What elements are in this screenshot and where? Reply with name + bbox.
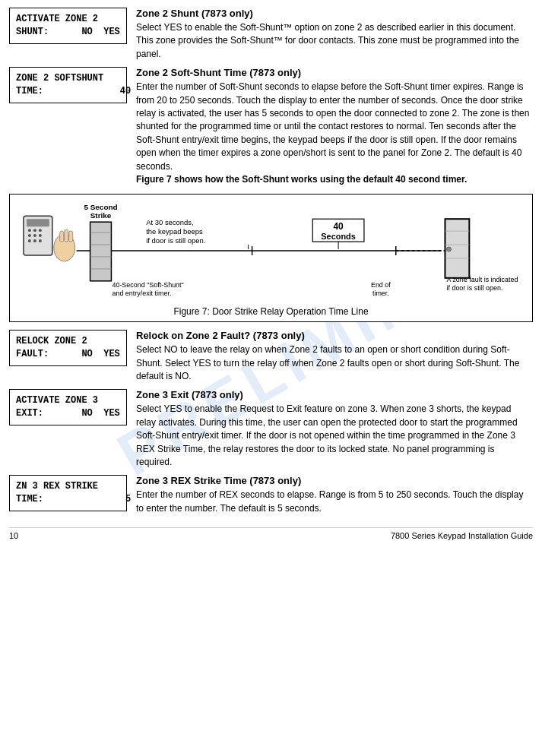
- zone2-softshunt-panel: ZONE 2 SOFTSHUNT TIME: 40: [9, 67, 127, 103]
- hand-icon: [24, 217, 75, 262]
- svg-text:Strike: Strike: [90, 211, 112, 220]
- zone3-rex-title: Zone 3 REX Strike Time (7873 only): [136, 475, 533, 486]
- svg-point-9: [33, 239, 36, 242]
- zone3-rex-row: ZN 3 REX STRIKE TIME: 5 Zone 3 REX Strik…: [9, 475, 533, 515]
- end-timer-label-1: End of: [371, 281, 391, 289]
- svg-rect-13: [65, 229, 68, 242]
- relock-zone2-title: Relock on Zone 2 Fault? (7873 only): [136, 330, 533, 341]
- document-title: 7800 Series Keypad Installation Guide: [391, 531, 533, 540]
- zone2-softshunt-body: Enter the number of Soft-Shunt seconds t…: [136, 81, 533, 173]
- svg-rect-12: [60, 231, 64, 242]
- zone3-exit-text: Zone 3 Exit (7873 only) Select YES to en…: [136, 389, 533, 469]
- relock-zone2-row: RELOCK ZONE 2 FAULT: NO YES Relock on Zo…: [9, 330, 533, 383]
- zone3-rex-text: Zone 3 REX Strike Time (7873 only) Enter…: [136, 475, 533, 515]
- label-30sec-3: if door is still open.: [146, 236, 205, 245]
- svg-point-2: [28, 229, 31, 232]
- timeline-diagram: 5 Second Strike At 30 seconds, the keypa…: [9, 194, 533, 322]
- relock-zone2-panel: RELOCK ZONE 2 FAULT: NO YES: [9, 330, 127, 366]
- strike-box: [90, 222, 112, 281]
- svg-point-10: [39, 239, 42, 242]
- svg-point-8: [28, 239, 31, 242]
- timeline-caption: Figure 7: Door Strike Relay Operation Ti…: [17, 306, 525, 317]
- svg-point-3: [33, 229, 36, 232]
- door-handle: [446, 247, 451, 251]
- zone2-shunt-body: Select YES to enable the Soft-Shunt™ opt…: [136, 21, 533, 61]
- zone2-softshunt-text: Zone 2 Soft-Shunt Time (7873 only) Enter…: [136, 67, 533, 186]
- bottom-label-1: 40-Second "Soft-Shunt": [112, 281, 183, 289]
- svg-point-5: [28, 234, 31, 237]
- zone3-exit-panel: ACTIVATE ZONE 3 EXIT: NO YES: [9, 389, 127, 425]
- svg-point-7: [39, 234, 42, 237]
- timeline-svg: 5 Second Strike At 30 seconds, the keypa…: [17, 202, 525, 301]
- label-30sec-2: the keypad beeps: [146, 227, 203, 236]
- page-number: 10: [9, 531, 18, 540]
- zone2-shunt-panel: ACTIVATE ZONE 2 SHUNT: NO YES: [9, 8, 127, 44]
- zone3-exit-body: Select YES to enable the Request to Exit…: [136, 403, 533, 469]
- zone2-shunt-text: Zone 2 Shunt (7873 only) Select YES to e…: [136, 8, 533, 61]
- zone2-softshunt-row: ZONE 2 SOFTSHUNT TIME: 40 Zone 2 Soft-Sh…: [9, 67, 533, 186]
- zone2-softshunt-title: Zone 2 Soft-Shunt Time (7873 only): [136, 67, 533, 78]
- label-5sec: 5 Second: [84, 204, 117, 212]
- label-30sec-1: At 30 seconds,: [146, 218, 193, 226]
- zone3-rex-panel: ZN 3 REX STRIKE TIME: 5: [9, 475, 127, 511]
- fault-label-1: A zone fault is indicated: [446, 276, 518, 283]
- end-timer-label-2: timer.: [372, 289, 389, 297]
- label-40sec-text1: 40: [333, 221, 344, 232]
- page-footer: 10 7800 Series Keypad Installation Guide: [9, 527, 533, 540]
- svg-point-6: [33, 234, 36, 237]
- zone2-shunt-title: Zone 2 Shunt (7873 only): [136, 8, 533, 19]
- svg-point-4: [39, 229, 42, 232]
- zone2-softshunt-bold: Figure 7 shows how the Soft-Shunt works …: [136, 173, 533, 186]
- svg-rect-1: [27, 219, 49, 226]
- zone3-rex-body: Enter the number of REX seconds to elaps…: [136, 489, 533, 515]
- zone2-shunt-row: ACTIVATE ZONE 2 SHUNT: NO YES Zone 2 Shu…: [9, 8, 533, 61]
- svg-rect-14: [69, 231, 73, 242]
- label-40sec-text2: Seconds: [321, 232, 356, 241]
- fault-label-2: if door is still open.: [446, 284, 502, 292]
- zone3-exit-row: ACTIVATE ZONE 3 EXIT: NO YES Zone 3 Exit…: [9, 389, 533, 469]
- bottom-label-2: and entry/exit timer.: [112, 289, 171, 297]
- zone3-exit-title: Zone 3 Exit (7873 only): [136, 389, 533, 400]
- relock-zone2-text: Relock on Zone 2 Fault? (7873 only) Sele…: [136, 330, 533, 383]
- relock-zone2-body: Select NO to leave the relay on when Zon…: [136, 343, 533, 383]
